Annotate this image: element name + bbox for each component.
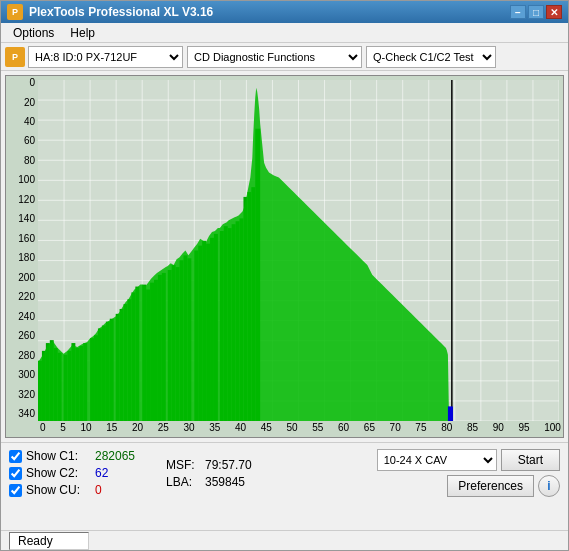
chart-plot [38, 80, 559, 421]
y-label-12: 100 [6, 175, 38, 185]
msf-label: MSF: [166, 458, 201, 472]
lba-value: 359845 [205, 475, 245, 489]
x-label-13: 65 [364, 422, 375, 437]
c2-row: Show C2: 62 [9, 466, 150, 480]
x-label-16: 80 [441, 422, 452, 437]
y-label-8: 180 [6, 253, 38, 263]
lba-label: LBA: [166, 475, 201, 489]
menu-item-options[interactable]: Options [5, 24, 62, 42]
toolbar: P HA:8 ID:0 PX-712UF CD Diagnostic Funct… [1, 43, 568, 71]
y-label-5: 240 [6, 312, 38, 322]
checkbox-group: Show C1: 282065 Show C2: 62 Show CU: 0 [9, 449, 150, 497]
c1-value: 282065 [95, 449, 150, 463]
prefs-info-row: Preferences i [447, 475, 560, 497]
x-label-9: 45 [261, 422, 272, 437]
x-label-3: 15 [106, 422, 117, 437]
x-label-4: 20 [132, 422, 143, 437]
cu-checkbox[interactable] [9, 484, 22, 497]
x-label-11: 55 [312, 422, 323, 437]
preferences-button[interactable]: Preferences [447, 475, 534, 497]
y-label-2: 300 [6, 370, 38, 380]
svg-marker-91 [38, 88, 559, 421]
x-label-15: 75 [415, 422, 426, 437]
y-label-7: 200 [6, 273, 38, 283]
c1-row: Show C1: 282065 [9, 449, 150, 463]
bottom-controls-row: Show C1: 282065 Show C2: 62 Show CU: 0 M… [9, 449, 560, 497]
x-label-17: 85 [467, 422, 478, 437]
y-label-1: 320 [6, 390, 38, 400]
y-label-17: 0 [6, 78, 38, 88]
minimize-button[interactable]: − [510, 5, 526, 19]
y-label-4: 260 [6, 331, 38, 341]
y-label-10: 140 [6, 214, 38, 224]
close-button[interactable]: ✕ [546, 5, 562, 19]
cu-label: Show CU: [26, 483, 91, 497]
title-bar: P PlexTools Professional XL V3.16 − □ ✕ [1, 1, 568, 23]
y-axis-labels: 340 320 300 280 260 240 220 200 180 160 … [6, 76, 38, 421]
drive-select[interactable]: HA:8 ID:0 PX-712UF [28, 46, 183, 68]
menu-item-help[interactable]: Help [62, 24, 103, 42]
x-label-19: 95 [518, 422, 529, 437]
y-label-0: 340 [6, 409, 38, 419]
y-label-11: 120 [6, 195, 38, 205]
y-label-14: 60 [6, 136, 38, 146]
bottom-panel: Show C1: 282065 Show C2: 62 Show CU: 0 M… [1, 442, 568, 530]
speed-select[interactable]: 10-24 X CAV 1-2 X CAV 2-4 X CAV 4-8 X CA… [377, 449, 497, 471]
chart-overlay [38, 80, 559, 421]
x-label-5: 25 [158, 422, 169, 437]
x-label-6: 30 [183, 422, 194, 437]
y-label-16: 20 [6, 98, 38, 108]
function-select[interactable]: CD Diagnostic Functions [187, 46, 362, 68]
title-bar-left: P PlexTools Professional XL V3.16 [7, 4, 213, 20]
x-axis-labels: 0 5 10 15 20 25 30 35 40 45 50 55 60 65 … [38, 421, 563, 437]
svg-rect-92 [448, 406, 453, 421]
y-label-3: 280 [6, 351, 38, 361]
c1-checkbox[interactable] [9, 450, 22, 463]
c2-checkbox[interactable] [9, 467, 22, 480]
x-label-14: 70 [390, 422, 401, 437]
y-label-15: 40 [6, 117, 38, 127]
c2-value: 62 [95, 466, 150, 480]
drive-icon: P [5, 47, 25, 67]
x-label-8: 40 [235, 422, 246, 437]
lba-row: LBA: 359845 [166, 475, 252, 489]
main-window: P PlexTools Professional XL V3.16 − □ ✕ … [0, 0, 569, 551]
drive-selector-group: P HA:8 ID:0 PX-712UF [5, 46, 183, 68]
app-icon: P [7, 4, 23, 20]
menu-bar: Options Help [1, 23, 568, 43]
y-label-9: 160 [6, 234, 38, 244]
cu-row: Show CU: 0 [9, 483, 150, 497]
start-button[interactable]: Start [501, 449, 560, 471]
status-bar: Ready [1, 530, 568, 550]
test-select[interactable]: Q-Check C1/C2 Test [366, 46, 496, 68]
x-label-10: 50 [287, 422, 298, 437]
msf-row: MSF: 79:57.70 [166, 458, 252, 472]
x-label-20: 100 [544, 422, 561, 437]
chart-area: 340 320 300 280 260 240 220 200 180 160 … [5, 75, 564, 438]
window-title: PlexTools Professional XL V3.16 [29, 5, 213, 19]
title-controls: − □ ✕ [510, 5, 562, 19]
info-button[interactable]: i [538, 475, 560, 497]
y-label-6: 220 [6, 292, 38, 302]
x-label-1: 5 [60, 422, 66, 437]
x-label-18: 90 [493, 422, 504, 437]
cu-value: 0 [95, 483, 150, 497]
x-label-7: 35 [209, 422, 220, 437]
x-label-0: 0 [40, 422, 46, 437]
x-label-12: 60 [338, 422, 349, 437]
speed-row: 10-24 X CAV 1-2 X CAV 2-4 X CAV 4-8 X CA… [377, 449, 560, 471]
c2-label: Show C2: [26, 466, 91, 480]
chart-inner: 340 320 300 280 260 240 220 200 180 160 … [6, 76, 563, 437]
c1-label: Show C1: [26, 449, 91, 463]
y-label-13: 80 [6, 156, 38, 166]
msf-lba-group: MSF: 79:57.70 LBA: 359845 [166, 458, 252, 489]
status-text: Ready [18, 534, 53, 548]
right-controls: 10-24 X CAV 1-2 X CAV 2-4 X CAV 4-8 X CA… [377, 449, 560, 497]
x-label-2: 10 [80, 422, 91, 437]
maximize-button[interactable]: □ [528, 5, 544, 19]
msf-value: 79:57.70 [205, 458, 252, 472]
status-panel: Ready [9, 532, 89, 550]
